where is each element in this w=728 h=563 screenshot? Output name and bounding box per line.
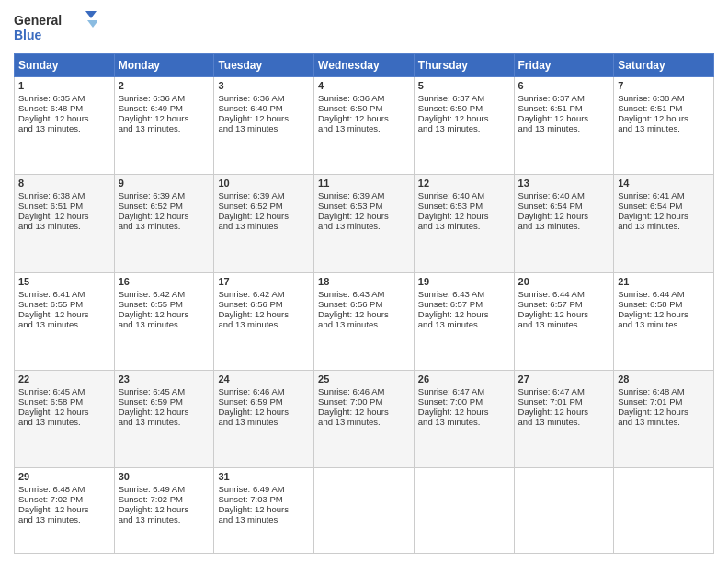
sunrise-label: Sunrise: 6:48 AM xyxy=(618,386,684,396)
daylight-label: Daylight: 12 hours xyxy=(218,113,289,123)
sunset-label: Sunset: 6:54 PM xyxy=(518,201,583,211)
day-number: 27 xyxy=(518,373,610,385)
day-number: 24 xyxy=(218,373,310,385)
daylight-minutes: and 13 minutes. xyxy=(119,417,181,427)
sunrise-label: Sunrise: 6:41 AM xyxy=(18,289,85,299)
calendar-cell: 31 Sunrise: 6:49 AM Sunset: 7:03 PM Dayl… xyxy=(214,468,314,554)
daylight-label: Daylight: 12 hours xyxy=(218,211,289,221)
calendar-cell xyxy=(514,468,614,554)
sunrise-label: Sunrise: 6:47 AM xyxy=(518,386,585,396)
sunrise-label: Sunrise: 6:46 AM xyxy=(318,386,384,396)
sunset-label: Sunset: 6:53 PM xyxy=(418,201,483,211)
calendar-cell: 27 Sunrise: 6:47 AM Sunset: 7:01 PM Dayl… xyxy=(514,370,614,467)
sunrise-label: Sunrise: 6:47 AM xyxy=(418,386,484,396)
calendar-cell: 13 Sunrise: 6:40 AM Sunset: 6:54 PM Dayl… xyxy=(514,175,614,272)
daylight-label: Daylight: 12 hours xyxy=(618,211,688,221)
daylight-label: Daylight: 12 hours xyxy=(119,211,189,221)
calendar-cell: 23 Sunrise: 6:45 AM Sunset: 6:59 PM Dayl… xyxy=(114,370,214,467)
daylight-minutes: and 13 minutes. xyxy=(218,123,280,133)
calendar-cell: 6 Sunrise: 6:37 AM Sunset: 6:51 PM Dayli… xyxy=(514,77,614,175)
daylight-label: Daylight: 12 hours xyxy=(218,504,289,514)
daylight-minutes: and 13 minutes. xyxy=(18,417,81,427)
sunrise-label: Sunrise: 6:39 AM xyxy=(318,190,384,201)
sunset-label: Sunset: 7:02 PM xyxy=(119,494,183,504)
sunrise-label: Sunrise: 6:43 AM xyxy=(318,289,384,299)
calendar-cell xyxy=(614,468,714,554)
page: General Blue SundayMondayTuesdayWednesda… xyxy=(0,0,728,563)
svg-marker-2 xyxy=(85,11,97,18)
sunrise-label: Sunrise: 6:41 AM xyxy=(618,190,684,201)
daylight-label: Daylight: 12 hours xyxy=(18,407,89,417)
calendar-cell: 24 Sunrise: 6:46 AM Sunset: 6:59 PM Dayl… xyxy=(214,370,314,467)
sunrise-label: Sunrise: 6:45 AM xyxy=(119,386,185,396)
calendar-cell: 16 Sunrise: 6:42 AM Sunset: 6:55 PM Dayl… xyxy=(114,272,214,370)
daylight-minutes: and 13 minutes. xyxy=(318,123,381,133)
day-of-week-header: Friday xyxy=(514,54,614,77)
daylight-minutes: and 13 minutes. xyxy=(18,123,81,133)
sunrise-label: Sunrise: 6:44 AM xyxy=(618,289,684,299)
sunset-label: Sunset: 6:55 PM xyxy=(18,299,83,309)
day-number: 3 xyxy=(218,80,310,91)
day-of-week-header: Tuesday xyxy=(214,54,314,77)
calendar-cell: 9 Sunrise: 6:39 AM Sunset: 6:52 PM Dayli… xyxy=(114,175,214,272)
calendar-cell: 15 Sunrise: 6:41 AM Sunset: 6:55 PM Dayl… xyxy=(15,272,115,370)
sunset-label: Sunset: 7:00 PM xyxy=(418,396,483,407)
calendar-cell: 1 Sunrise: 6:35 AM Sunset: 6:48 PM Dayli… xyxy=(15,77,115,175)
calendar-cell: 4 Sunrise: 6:36 AM Sunset: 6:50 PM Dayli… xyxy=(314,77,415,175)
sunrise-label: Sunrise: 6:38 AM xyxy=(18,190,85,201)
calendar-table: SundayMondayTuesdayWednesdayThursdayFrid… xyxy=(14,53,714,554)
calendar-cell: 3 Sunrise: 6:36 AM Sunset: 6:49 PM Dayli… xyxy=(214,77,314,175)
daylight-label: Daylight: 12 hours xyxy=(18,113,89,123)
sunset-label: Sunset: 6:52 PM xyxy=(218,201,282,211)
sunrise-label: Sunrise: 6:46 AM xyxy=(218,386,284,396)
daylight-minutes: and 13 minutes. xyxy=(218,514,280,524)
sunset-label: Sunset: 6:52 PM xyxy=(119,201,183,211)
daylight-label: Daylight: 12 hours xyxy=(18,309,89,319)
daylight-minutes: and 13 minutes. xyxy=(18,514,81,524)
daylight-label: Daylight: 12 hours xyxy=(518,113,589,123)
daylight-label: Daylight: 12 hours xyxy=(18,211,89,221)
day-number: 2 xyxy=(119,80,210,91)
daylight-minutes: and 13 minutes. xyxy=(518,221,581,231)
daylight-label: Daylight: 12 hours xyxy=(119,113,189,123)
daylight-label: Daylight: 12 hours xyxy=(218,309,289,319)
sunset-label: Sunset: 6:55 PM xyxy=(119,299,183,309)
daylight-minutes: and 13 minutes. xyxy=(418,221,481,231)
sunset-label: Sunset: 7:02 PM xyxy=(18,494,83,504)
calendar-cell: 25 Sunrise: 6:46 AM Sunset: 7:00 PM Dayl… xyxy=(314,370,415,467)
daylight-minutes: and 13 minutes. xyxy=(119,319,181,329)
day-number: 1 xyxy=(18,80,110,91)
daylight-label: Daylight: 12 hours xyxy=(618,407,688,417)
calendar-cell: 12 Sunrise: 6:40 AM Sunset: 6:53 PM Dayl… xyxy=(414,175,514,272)
svg-text:Blue: Blue xyxy=(14,28,42,42)
daylight-minutes: and 13 minutes. xyxy=(18,221,81,231)
sunset-label: Sunset: 6:48 PM xyxy=(18,103,83,113)
sunset-label: Sunset: 6:51 PM xyxy=(518,103,583,113)
calendar-cell: 22 Sunrise: 6:45 AM Sunset: 6:58 PM Dayl… xyxy=(15,370,115,467)
sunset-label: Sunset: 6:58 PM xyxy=(18,396,83,407)
calendar-cell: 18 Sunrise: 6:43 AM Sunset: 6:56 PM Dayl… xyxy=(314,272,415,370)
daylight-minutes: and 13 minutes. xyxy=(618,123,680,133)
daylight-label: Daylight: 12 hours xyxy=(418,113,489,123)
daylight-label: Daylight: 12 hours xyxy=(318,407,389,417)
day-of-week-header: Thursday xyxy=(414,54,514,77)
day-number: 22 xyxy=(18,373,110,385)
daylight-label: Daylight: 12 hours xyxy=(418,407,489,417)
daylight-minutes: and 13 minutes. xyxy=(218,221,280,231)
sunrise-label: Sunrise: 6:37 AM xyxy=(418,93,484,103)
daylight-label: Daylight: 12 hours xyxy=(518,407,589,417)
sunrise-label: Sunrise: 6:49 AM xyxy=(119,484,185,494)
daylight-minutes: and 13 minutes. xyxy=(518,319,581,329)
calendar-cell: 10 Sunrise: 6:39 AM Sunset: 6:52 PM Dayl… xyxy=(214,175,314,272)
sunrise-label: Sunrise: 6:40 AM xyxy=(418,190,484,201)
sunset-label: Sunset: 6:54 PM xyxy=(618,201,682,211)
calendar-cell: 28 Sunrise: 6:48 AM Sunset: 7:01 PM Dayl… xyxy=(614,370,714,467)
day-number: 14 xyxy=(618,178,710,189)
day-number: 31 xyxy=(218,471,310,482)
daylight-label: Daylight: 12 hours xyxy=(318,113,389,123)
calendar-cell xyxy=(314,468,415,554)
day-number: 17 xyxy=(218,276,310,287)
day-number: 19 xyxy=(418,276,510,287)
sunset-label: Sunset: 6:57 PM xyxy=(518,299,583,309)
daylight-label: Daylight: 12 hours xyxy=(218,407,289,417)
